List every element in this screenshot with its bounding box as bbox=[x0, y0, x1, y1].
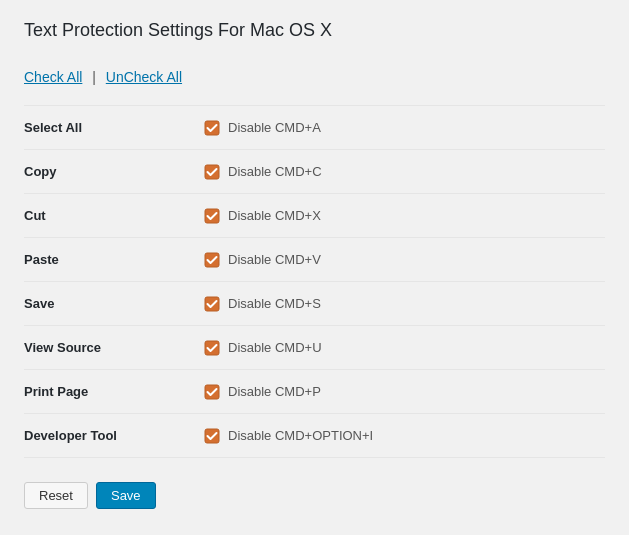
check-all-link[interactable]: Check All bbox=[24, 69, 82, 85]
table-row: Copy Disable CMD+C bbox=[24, 150, 605, 194]
table-row: Developer Tool Disable CMD+OPTION+I bbox=[24, 414, 605, 458]
row-label: Select All bbox=[24, 106, 204, 150]
table-row: Print Page Disable CMD+P bbox=[24, 370, 605, 414]
disable-label: Disable CMD+V bbox=[228, 252, 321, 267]
checkbox-icon[interactable] bbox=[204, 296, 220, 312]
footer-buttons: Reset Save bbox=[24, 482, 605, 509]
disable-label: Disable CMD+OPTION+I bbox=[228, 428, 373, 443]
page-container: Text Protection Settings For Mac OS X Ch… bbox=[0, 0, 629, 535]
uncheck-all-link[interactable]: UnCheck All bbox=[106, 69, 182, 85]
disable-label: Disable CMD+X bbox=[228, 208, 321, 223]
row-label: View Source bbox=[24, 326, 204, 370]
checkbox-icon[interactable] bbox=[204, 340, 220, 356]
row-control: Disable CMD+X bbox=[204, 194, 605, 238]
disable-label: Disable CMD+C bbox=[228, 164, 322, 179]
link-separator: | bbox=[92, 69, 96, 85]
row-label: Developer Tool bbox=[24, 414, 204, 458]
checkbox-icon[interactable] bbox=[204, 164, 220, 180]
check-links-bar: Check All | UnCheck All bbox=[24, 69, 605, 85]
checkbox-icon[interactable] bbox=[204, 384, 220, 400]
disable-label: Disable CMD+U bbox=[228, 340, 322, 355]
settings-table: Select All Disable CMD+ACopy Disable CMD… bbox=[24, 105, 605, 458]
checkbox-icon[interactable] bbox=[204, 252, 220, 268]
row-control: Disable CMD+U bbox=[204, 326, 605, 370]
reset-button[interactable]: Reset bbox=[24, 482, 88, 509]
checkbox-icon[interactable] bbox=[204, 120, 220, 136]
row-label: Cut bbox=[24, 194, 204, 238]
checkbox-icon[interactable] bbox=[204, 208, 220, 224]
disable-label: Disable CMD+S bbox=[228, 296, 321, 311]
table-row: Cut Disable CMD+X bbox=[24, 194, 605, 238]
row-control: Disable CMD+OPTION+I bbox=[204, 414, 605, 458]
table-row: Save Disable CMD+S bbox=[24, 282, 605, 326]
save-button[interactable]: Save bbox=[96, 482, 156, 509]
page-title: Text Protection Settings For Mac OS X bbox=[24, 20, 605, 45]
row-control: Disable CMD+S bbox=[204, 282, 605, 326]
row-control: Disable CMD+P bbox=[204, 370, 605, 414]
row-control: Disable CMD+A bbox=[204, 106, 605, 150]
row-label: Save bbox=[24, 282, 204, 326]
disable-label: Disable CMD+P bbox=[228, 384, 321, 399]
row-label: Paste bbox=[24, 238, 204, 282]
row-label: Copy bbox=[24, 150, 204, 194]
table-row: Select All Disable CMD+A bbox=[24, 106, 605, 150]
table-row: Paste Disable CMD+V bbox=[24, 238, 605, 282]
checkbox-icon[interactable] bbox=[204, 428, 220, 444]
row-control: Disable CMD+C bbox=[204, 150, 605, 194]
row-control: Disable CMD+V bbox=[204, 238, 605, 282]
row-label: Print Page bbox=[24, 370, 204, 414]
disable-label: Disable CMD+A bbox=[228, 120, 321, 135]
table-row: View Source Disable CMD+U bbox=[24, 326, 605, 370]
